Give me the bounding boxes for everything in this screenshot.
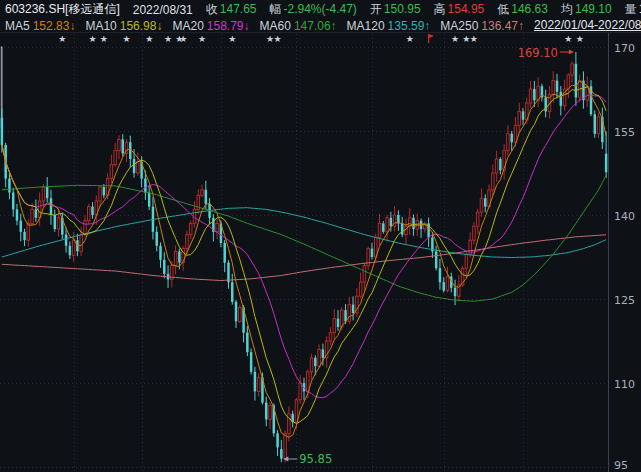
quote-header-row: 603236.SH[移远通信] 2022/08/31 收147.65 幅-2.9…	[0, 0, 641, 18]
event-star-icon[interactable]: ★	[145, 34, 153, 44]
ma250-legend: MA250136.47↑	[440, 19, 524, 33]
stat-open-value: 150.95	[384, 2, 421, 16]
stock-code[interactable]: 603236.SH[移远通信]	[5, 1, 120, 18]
quote-header: 603236.SH[移远通信] 2022/08/31 收147.65 幅-2.9…	[0, 0, 641, 33]
event-markers[interactable]: ★★★★★★★★★★★★★★★★★★	[58, 34, 583, 44]
ma60-label: MA60	[260, 19, 291, 33]
event-star-icon[interactable]: ★	[100, 34, 108, 44]
ma120-label: MA120	[347, 19, 385, 33]
ma10-legend: MA10156.98↓	[85, 19, 162, 33]
ma20-label: MA20	[172, 19, 203, 33]
ma5-value: 152.83↓	[33, 19, 76, 33]
stat-avg-label: 均	[561, 2, 573, 16]
ma60-line	[2, 176, 606, 302]
stat-low: 低146.63	[497, 1, 548, 18]
ma10-value: 156.98↓	[120, 19, 163, 33]
stat-change: 幅-2.94%(-4.47)	[269, 1, 356, 18]
ma10-label: MA10	[85, 19, 116, 33]
stat-high-value: 154.95	[448, 2, 485, 16]
stat-low-value: 146.63	[511, 2, 548, 16]
stat-close-value: 147.65	[220, 2, 257, 16]
stat-avg-value: 149.10	[575, 2, 612, 16]
stat-low-label: 低	[497, 2, 509, 16]
ma250-value: 136.47↑	[481, 19, 524, 33]
candlestick-chart[interactable]: ★★★★★★★★★★★★★★★★★★169.1095.8517015514012…	[0, 0, 641, 472]
event-flag-icon[interactable]	[429, 34, 435, 43]
date-range-link[interactable]: 2022/01/04-2022/08/31(161日)	[534, 18, 641, 33]
event-star-icon[interactable]: ★	[122, 34, 130, 44]
ma5-label: MA5	[5, 19, 30, 33]
y-axis-label: 125	[614, 294, 635, 307]
ma-legend-row: MA5152.83↓ MA10156.98↓ MA20158.79↓ MA601…	[0, 18, 641, 33]
stat-high: 高154.95	[434, 1, 485, 18]
stat-close-label: 收	[206, 2, 218, 16]
event-star-icon[interactable]: ★	[164, 34, 172, 44]
stat-open: 开150.95	[370, 1, 421, 18]
stat-avg: 均149.10	[561, 1, 612, 18]
stock-chart-app: { "header": { "code": "603236.SH[移远通信]",…	[0, 0, 641, 472]
event-star-icon[interactable]: ★	[88, 34, 96, 44]
svg-text:95.85: 95.85	[299, 452, 332, 466]
ma250-label: MA250	[440, 19, 478, 33]
event-star-icon[interactable]: ★	[228, 34, 236, 44]
stat-change-value: -2.94%(-4.47)	[283, 2, 356, 16]
y-axis-label: 110	[614, 378, 635, 391]
y-axis-label: 170	[614, 42, 635, 55]
svg-text:169.10: 169.10	[518, 46, 558, 60]
event-star-icon[interactable]: ★	[564, 34, 572, 44]
stat-high-label: 高	[434, 2, 446, 16]
stat-close: 收147.65	[206, 1, 257, 18]
low-annotation: 95.85	[283, 452, 332, 466]
ma60-value: 147.06↑	[294, 19, 337, 33]
y-axis-label: 155	[614, 126, 635, 139]
event-star-icon[interactable]: ★	[451, 34, 459, 44]
event-star-icon[interactable]: ★	[198, 34, 206, 44]
ma5-legend: MA5152.83↓	[5, 19, 75, 33]
ma20-legend: MA20158.79↓	[172, 19, 249, 33]
quote-date: 2022/08/31	[133, 3, 193, 17]
y-axis-label: 140	[614, 210, 635, 223]
y-axis-label: 95	[614, 459, 628, 472]
event-star-icon[interactable]: ★	[58, 34, 66, 44]
high-annotation: 169.10	[518, 46, 574, 60]
stat-change-label: 幅	[269, 2, 281, 16]
stat-open-label: 开	[370, 2, 382, 16]
event-star-icon[interactable]: ★	[406, 34, 414, 44]
event-star-icon[interactable]: ★	[179, 34, 187, 44]
ma120-value: 135.59↑	[388, 19, 431, 33]
stat-volume: 量1.23万	[625, 1, 641, 18]
ma120-legend: MA120135.59↑	[347, 19, 431, 33]
event-star-icon[interactable]: ★	[470, 34, 478, 44]
event-star-icon[interactable]: ★	[274, 34, 282, 44]
event-star-icon[interactable]: ★	[576, 34, 584, 44]
ma20-value: 158.79↓	[207, 19, 250, 33]
ma60-legend: MA60147.06↑	[260, 19, 337, 33]
stat-volume-label: 量	[625, 2, 637, 16]
